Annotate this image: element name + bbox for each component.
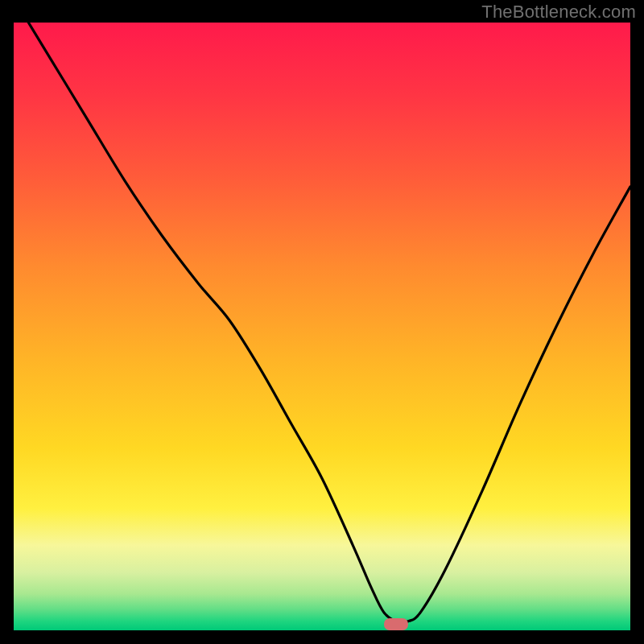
chart-area (14, 23, 630, 630)
watermark-text: TheBottleneck.com (481, 2, 636, 23)
gradient-rect (14, 23, 630, 630)
chart-svg (14, 23, 630, 630)
minimum-marker (384, 618, 409, 630)
app-frame: TheBottleneck.com (0, 0, 644, 644)
